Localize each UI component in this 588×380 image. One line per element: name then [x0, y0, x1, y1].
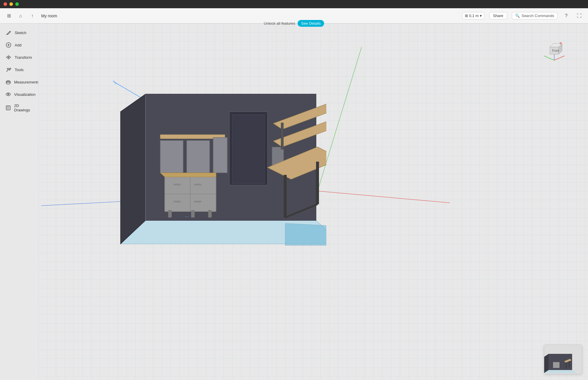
svg-marker-56 [544, 354, 549, 373]
sidebar-item-2d-drawings[interactable]: 2D Drawings [2, 101, 36, 115]
minimap [544, 345, 582, 374]
svg-text:Front: Front [552, 49, 559, 52]
sketch-label: Sketch [15, 31, 26, 35]
svg-rect-29 [173, 184, 181, 185]
fullscreen-window-button[interactable] [15, 2, 19, 6]
svg-rect-24 [168, 210, 172, 217]
grid-icon-button[interactable]: ⊞ [5, 12, 13, 20]
window-controls [4, 2, 19, 6]
minimize-window-button[interactable] [9, 2, 13, 6]
svg-marker-12 [285, 223, 326, 245]
transform-label: Transform [15, 55, 32, 60]
title-bar [0, 0, 588, 8]
svg-marker-33 [160, 173, 216, 177]
search-label: Search Commands [522, 14, 554, 18]
help-icon: ? [565, 13, 568, 19]
minimap-inner [544, 345, 582, 374]
svg-line-46 [554, 56, 564, 60]
sidebar-item-measurements[interactable]: Measurements [2, 76, 36, 88]
sidebar-item-tools[interactable]: Tools [2, 64, 36, 75]
svg-rect-21 [213, 138, 227, 173]
svg-text:—: — [185, 215, 188, 218]
svg-marker-13 [121, 94, 146, 244]
upload-button[interactable]: ↑ [28, 12, 36, 20]
add-icon [5, 42, 12, 48]
transform-icon [5, 54, 12, 61]
expand-button[interactable]: ⛶ [575, 12, 583, 20]
svg-rect-26 [208, 210, 212, 217]
svg-rect-30 [173, 201, 181, 202]
tools-icon [5, 66, 12, 73]
grid-icon: ⊞ [7, 13, 11, 19]
svg-rect-17 [232, 115, 265, 184]
search-commands-button[interactable]: 🔍 Search Commands [512, 12, 557, 19]
svg-rect-5 [6, 106, 10, 110]
2d-drawings-label: 2D Drawings [14, 103, 33, 112]
view-cube[interactable]: Front [541, 38, 564, 62]
visualization-icon [5, 91, 11, 98]
unlock-banner: Unlock all features See Details [264, 20, 324, 27]
unlock-text: Unlock all features [264, 21, 295, 26]
tools-label: Tools [15, 68, 24, 72]
project-title: My room [41, 14, 57, 18]
home-button[interactable]: ⌂ [16, 12, 25, 20]
share-button[interactable]: Share [489, 12, 507, 19]
svg-rect-25 [191, 210, 195, 217]
grid-icon-small: ⊞ [465, 14, 468, 18]
svg-rect-20 [187, 140, 210, 173]
upload-icon: ↑ [31, 13, 34, 19]
svg-line-47 [544, 56, 554, 60]
svg-point-2 [6, 82, 10, 84]
help-button[interactable]: ? [562, 12, 570, 20]
visualization-label: Visualization [14, 92, 36, 97]
sidebar-item-visualization[interactable]: Visualization [2, 89, 36, 100]
svg-point-4 [8, 94, 9, 95]
svg-point-1 [8, 57, 9, 58]
home-icon: ⌂ [19, 13, 22, 19]
room-scene: — [85, 41, 326, 259]
svg-rect-58 [553, 362, 559, 368]
svg-rect-19 [160, 140, 183, 173]
sidebar-item-sketch[interactable]: Sketch [2, 27, 36, 38]
svg-rect-43 [281, 123, 283, 149]
svg-rect-31 [194, 184, 201, 185]
svg-rect-32 [194, 201, 201, 202]
sketch-icon [5, 29, 12, 36]
close-window-button[interactable] [4, 2, 7, 6]
chevron-down-icon: ▾ [480, 14, 482, 18]
canvas-area[interactable]: — Front [38, 24, 588, 380]
sidebar-item-transform[interactable]: Transform [2, 52, 36, 63]
measurements-label: Measurements [14, 80, 39, 84]
add-label: Add [15, 43, 21, 47]
expand-icon: ⛶ [577, 13, 582, 19]
2d-drawings-icon [5, 105, 11, 111]
left-sidebar: Sketch Add Transform Tools [0, 24, 38, 118]
see-details-button[interactable]: See Details [298, 20, 324, 27]
measure-button[interactable]: ⊞ 0,1 m ▾ [462, 12, 485, 19]
sidebar-item-add[interactable]: Add [2, 39, 36, 51]
svg-marker-57 [549, 354, 572, 370]
nav-right-controls: ⊞ 0,1 m ▾ Share 🔍 Search Commands ? ⛶ [462, 12, 584, 20]
measurements-icon [5, 79, 11, 85]
search-icon: 🔍 [515, 14, 520, 18]
svg-marker-55 [544, 370, 577, 373]
measure-value: 0,1 m [469, 14, 479, 18]
